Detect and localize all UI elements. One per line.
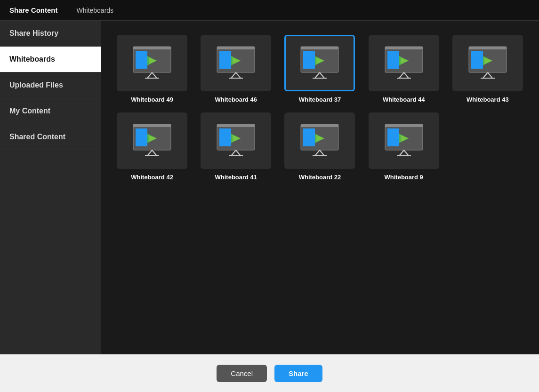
header-title: Share Content [9,6,58,14]
whiteboard-label-22: Whiteboard 22 [299,174,341,181]
footer: Cancel Share [0,354,539,392]
svg-line-61 [315,150,320,156]
svg-line-14 [236,72,241,78]
svg-rect-18 [303,51,315,69]
whiteboard-label-49: Whiteboard 49 [131,96,173,103]
sidebar: Share History Whiteboards Uploaded Files… [0,21,101,354]
svg-rect-41 [133,124,171,127]
whiteboard-item-49[interactable]: Whiteboard 49 [115,35,189,103]
svg-rect-33 [469,47,507,49]
whiteboard-label-42: Whiteboard 42 [131,174,173,181]
whiteboard-thumb-41[interactable] [201,112,271,169]
whiteboard-label-43: Whiteboard 43 [467,96,509,103]
cancel-button[interactable]: Cancel [217,365,267,382]
whiteboard-thumb-22[interactable] [284,112,355,169]
svg-rect-9 [217,47,255,49]
whiteboard-item-22[interactable]: Whiteboard 22 [282,112,357,181]
svg-line-5 [147,72,152,78]
svg-line-13 [231,72,236,78]
sidebar-item-shared-content[interactable]: Shared Content [0,124,101,150]
svg-line-37 [483,72,488,78]
svg-rect-42 [136,128,147,146]
svg-rect-25 [385,47,423,49]
svg-line-22 [320,72,324,78]
whiteboard-thumb-49[interactable] [117,35,187,91]
sidebar-item-uploaded-files[interactable]: Uploaded Files [0,72,101,98]
whiteboard-thumb-44[interactable] [369,35,439,91]
whiteboard-item-43[interactable]: Whiteboard 43 [451,35,525,103]
whiteboard-item-46[interactable]: Whiteboard 46 [199,35,273,103]
svg-line-69 [399,150,404,156]
content-area: Whiteboard 49 Whiteboard 4 [101,21,539,354]
svg-line-45 [147,150,152,156]
whiteboard-thumb-9[interactable] [369,112,439,169]
whiteboard-grid-row2: Whiteboard 42 Whiteboard 4 [115,112,525,181]
svg-line-38 [488,72,492,78]
header: Share Content Whiteboards [0,0,539,21]
main-layout: Share History Whiteboards Uploaded Files… [0,21,539,354]
svg-rect-26 [387,51,399,69]
svg-rect-2 [136,51,147,69]
header-section: Whiteboards [77,7,114,14]
whiteboard-label-37: Whiteboard 37 [299,96,341,103]
sidebar-item-my-content[interactable]: My Content [0,98,101,124]
svg-line-53 [231,150,236,156]
svg-line-46 [152,150,157,156]
svg-rect-65 [385,124,423,127]
svg-line-62 [320,150,324,156]
whiteboard-thumb-42[interactable] [117,112,187,169]
svg-rect-34 [471,51,483,69]
whiteboard-item-41[interactable]: Whiteboard 41 [199,112,273,181]
svg-rect-1 [133,47,171,49]
whiteboard-label-44: Whiteboard 44 [383,96,425,103]
svg-rect-10 [219,51,231,69]
whiteboard-label-9: Whiteboard 9 [385,174,423,181]
svg-line-21 [315,72,320,78]
whiteboard-grid-row1: Whiteboard 49 Whiteboard 4 [115,35,525,103]
svg-rect-66 [387,128,399,146]
whiteboard-label-46: Whiteboard 46 [215,96,257,103]
svg-rect-50 [219,128,231,146]
whiteboard-item-9[interactable]: Whiteboard 9 [367,112,441,181]
whiteboard-thumb-37[interactable] [284,35,355,91]
svg-rect-57 [301,124,338,127]
whiteboard-item-37[interactable]: Whiteboard 37 [282,35,357,103]
whiteboard-thumb-46[interactable] [201,35,271,91]
whiteboard-label-41: Whiteboard 41 [215,174,257,181]
svg-line-30 [404,72,409,78]
svg-line-54 [236,150,241,156]
svg-line-6 [152,72,157,78]
svg-rect-58 [303,128,315,146]
whiteboard-item-44[interactable]: Whiteboard 44 [367,35,441,103]
svg-line-70 [404,150,409,156]
svg-line-29 [399,72,404,78]
svg-rect-49 [217,124,255,127]
sidebar-item-share-history[interactable]: Share History [0,21,101,47]
whiteboard-item-42[interactable]: Whiteboard 42 [115,112,189,181]
whiteboard-thumb-43[interactable] [452,35,523,91]
sidebar-item-whiteboards[interactable]: Whiteboards [0,47,101,72]
share-button[interactable]: Share [274,365,322,382]
svg-rect-17 [301,47,338,49]
